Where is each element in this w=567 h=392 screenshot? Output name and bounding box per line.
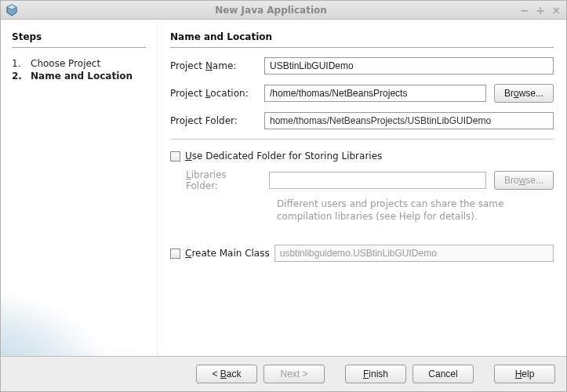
browse-location-button[interactable]: Browse... <box>494 84 554 103</box>
step-item-current: 2. Name and Location <box>12 70 146 82</box>
maximize-button[interactable]: + <box>535 4 546 16</box>
libraries-folder-label: Libraries Folder: <box>186 169 261 191</box>
wizard-main-panel: Name and Location Project Name: Project … <box>158 20 566 356</box>
step-number: 1. <box>12 58 23 69</box>
project-location-row: Project Location: Browse... <box>170 84 554 103</box>
dialog-footer: < Back Next > Finish Cancel Help <box>1 356 566 391</box>
minimize-button[interactable]: − <box>519 4 530 16</box>
step-number: 2. <box>12 71 23 82</box>
project-folder-label: Project Folder: <box>170 115 256 126</box>
steps-list: 1. Choose Project 2. Name and Location <box>12 57 146 82</box>
main-heading: Name and Location <box>170 31 554 48</box>
project-name-label: Project Name: <box>170 60 256 71</box>
back-button[interactable]: < Back <box>196 365 257 383</box>
dedicated-folder-label[interactable]: Use Dedicated Folder for Storing Librari… <box>185 151 382 162</box>
create-main-class-checkbox[interactable] <box>170 249 180 259</box>
dialog-body: Steps 1. Choose Project 2. Name and Loca… <box>1 20 566 356</box>
step-item: 1. Choose Project <box>12 57 146 70</box>
libraries-folder-input <box>269 172 486 189</box>
libraries-hint: Different users and projects can share t… <box>277 198 512 223</box>
step-label: Name and Location <box>31 71 133 82</box>
browse-libraries-button: Browse... <box>494 171 554 190</box>
create-main-class-row: Create Main Class <box>170 245 554 262</box>
window-title: New Java Application <box>23 5 519 16</box>
libraries-folder-row: Libraries Folder: Browse... <box>186 169 554 191</box>
cancel-button[interactable]: Cancel <box>413 365 474 383</box>
dedicated-folder-checkbox[interactable] <box>170 151 180 162</box>
close-button[interactable]: × <box>551 4 562 16</box>
main-class-input <box>274 245 554 262</box>
project-location-label: Project Location: <box>170 88 256 99</box>
project-location-input[interactable] <box>264 85 486 102</box>
next-button: Next > <box>264 365 325 383</box>
step-label: Choose Project <box>31 58 100 69</box>
titlebar[interactable]: New Java Application − + × <box>1 1 566 20</box>
project-folder-input[interactable] <box>264 112 554 129</box>
separator <box>170 139 554 140</box>
libraries-block: Libraries Folder: Browse... Different us… <box>186 169 554 223</box>
finish-button[interactable]: Finish <box>345 365 406 383</box>
dialog-window: New Java Application − + × Steps 1. Choo… <box>0 0 567 392</box>
window-buttons: − + × <box>519 4 562 16</box>
steps-heading: Steps <box>12 31 146 48</box>
wizard-steps-sidebar: Steps 1. Choose Project 2. Name and Loca… <box>1 20 158 356</box>
app-icon <box>5 4 18 16</box>
dedicated-folder-row: Use Dedicated Folder for Storing Librari… <box>170 151 554 162</box>
project-name-row: Project Name: <box>170 57 554 74</box>
create-main-class-label[interactable]: Create Main Class <box>185 248 270 259</box>
help-button[interactable]: Help <box>494 365 555 383</box>
project-folder-row: Project Folder: <box>170 112 554 129</box>
project-name-input[interactable] <box>264 57 554 74</box>
